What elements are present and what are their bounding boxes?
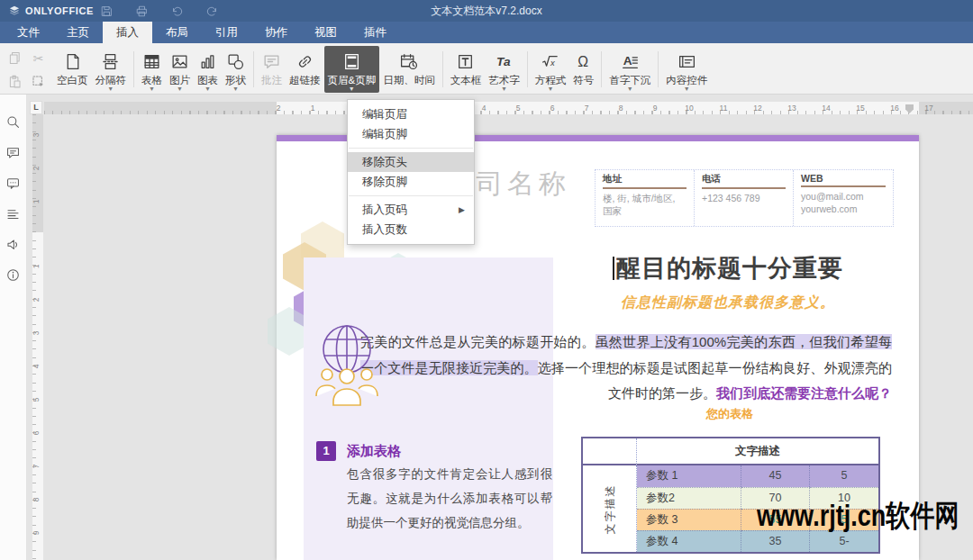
textbox-button[interactable]: 文本框	[447, 46, 486, 93]
menu-item-移除页脚[interactable]: 移除页脚	[348, 172, 474, 192]
ruler-number: 8	[619, 104, 623, 113]
table-row-label: 参数 1	[637, 465, 741, 487]
chevron-down-icon: ▼	[149, 86, 155, 93]
header-footer-dropdown-menu: 编辑页眉编辑页脚移除页头移除页脚插入页码▶插入页数	[347, 99, 475, 245]
about-icon[interactable]	[5, 267, 21, 283]
chevron-down-icon: ▼	[232, 86, 239, 93]
dropcap-button[interactable]: A首字下沉▼	[605, 46, 654, 93]
shape-button[interactable]: 形状▼	[222, 46, 250, 93]
text-cursor	[613, 257, 614, 280]
tab-file[interactable]: 文件	[4, 22, 53, 43]
feedback-icon[interactable]	[5, 237, 21, 252]
copy-button[interactable]	[4, 47, 26, 69]
blank-page-button[interactable]: 空白页	[53, 46, 92, 93]
ruler-number: 7	[585, 104, 589, 113]
table-button[interactable]: 表格▼	[138, 46, 166, 93]
toolbar-button-label: 形状	[225, 74, 246, 86]
svg-text:Ta: Ta	[496, 55, 511, 68]
search-icon[interactable]	[5, 114, 21, 130]
vertical-ruler[interactable]: 32112345678910	[32, 114, 43, 560]
toolbar-button-label: 文本框	[450, 74, 482, 86]
menu-item-label: 插入页数	[362, 220, 407, 239]
shape-icon	[226, 50, 245, 74]
tab-layout[interactable]: 布局	[152, 22, 202, 43]
tab-insert[interactable]: 插入	[103, 22, 152, 43]
tab-plugins[interactable]: 插件	[350, 22, 400, 43]
menu-item-label: 编辑页眉	[362, 104, 407, 124]
undo-icon[interactable]	[169, 4, 184, 18]
select-button[interactable]	[27, 70, 50, 93]
ruler-number: 4	[482, 104, 486, 113]
toolbar-separator	[133, 51, 134, 87]
ruler-number: 1	[311, 104, 315, 113]
body-paragraph: 完美的文件总是从完美的标题开始的。虽然世界上没有100%完美的东西，但我们希望每…	[360, 330, 892, 407]
menu-item-label: 移除页头	[362, 152, 407, 172]
equation-icon: x	[541, 50, 559, 74]
menu-item-编辑页眉[interactable]: 编辑页眉	[348, 104, 474, 124]
chevron-down-icon: ▼	[349, 86, 355, 93]
table-caption: 您的表格	[581, 406, 878, 422]
section-number-badge: 1	[316, 441, 336, 461]
content-control-button[interactable]: 内容控件▼	[662, 46, 711, 93]
contact-column-0: 地址楼, 街, 城市/地区, 国家	[596, 170, 695, 226]
onlyoffice-logo-icon	[8, 5, 21, 17]
menu-item-移除页头[interactable]: 移除页头	[348, 152, 474, 172]
document-canvas[interactable]: L 214567891011121314151617 3211234567891…	[27, 95, 973, 560]
save-icon[interactable]	[99, 4, 114, 18]
brand-name: ONLYOFFICE	[25, 5, 94, 16]
ruler-number: 3	[32, 331, 41, 336]
header-footer-button[interactable]: 页眉&页脚▼	[324, 46, 380, 93]
table-corner-cell	[583, 438, 637, 465]
table-value-2: 5	[810, 465, 878, 487]
paste-button[interactable]	[4, 70, 26, 93]
datetime-button[interactable]: 日期、时间	[379, 46, 439, 93]
ruler-number: 10	[685, 104, 693, 113]
image-icon	[170, 50, 189, 74]
menu-item-插入页码[interactable]: 插入页码▶	[348, 200, 474, 220]
redo-icon[interactable]	[205, 4, 219, 18]
contact-label: 地址	[603, 173, 687, 189]
symbol-button[interactable]: Ω符号	[569, 46, 597, 93]
menu-item-label: 移除页脚	[362, 172, 407, 192]
chevron-down-icon: ▼	[547, 86, 553, 93]
menu-item-插入页数[interactable]: 插入页数	[348, 220, 474, 239]
toolbar-separator	[253, 51, 254, 87]
table-row-header-cell: 文字描述	[583, 465, 637, 552]
insert-toolbar: ✂空白页分隔符▼表格▼图片▼图表▼形状▼批注超链接页眉&页脚▼日期、时间文本框T…	[0, 43, 973, 95]
horizontal-ruler[interactable]: 214567891011121314151617	[44, 102, 973, 114]
textbox-icon	[456, 50, 475, 74]
ruler-number: 5	[32, 398, 41, 402]
quick-actions	[99, 0, 219, 22]
breaks-button[interactable]: 分隔符▼	[92, 46, 131, 93]
ruler-number: 4	[32, 365, 41, 369]
cut-button[interactable]: ✂	[27, 47, 50, 69]
menu-item-编辑页脚[interactable]: 编辑页脚	[348, 124, 474, 144]
equation-button[interactable]: x方程式▼	[532, 46, 570, 93]
menu-divider	[349, 148, 473, 149]
toolbar-button-label: 首字下沉	[609, 74, 650, 86]
table-column-header: 文字描述	[637, 438, 878, 465]
chart-button[interactable]: 图表▼	[194, 46, 222, 93]
menu-item-label: 编辑页脚	[362, 124, 407, 144]
tab-stop-selector[interactable]: L	[30, 101, 42, 114]
left-sidebar	[0, 95, 27, 560]
tab-collaboration[interactable]: 协作	[251, 22, 301, 43]
tab-home[interactable]: 主页	[53, 22, 103, 43]
tab-view[interactable]: 视图	[301, 22, 350, 43]
titlebar: ONLYOFFICE 文本文档范本v7.2.docx	[0, 0, 973, 22]
chart-icon	[198, 50, 217, 74]
comments-icon[interactable]	[5, 145, 21, 160]
tab-references[interactable]: 引用	[202, 22, 251, 43]
contact-info-table: 地址楼, 街, 城市/地区, 国家电话+123 456 789WEByou@ma…	[595, 169, 894, 227]
blank-page-icon	[63, 50, 82, 74]
image-button[interactable]: 图片▼	[166, 46, 194, 93]
wordart-button[interactable]: Ta艺术字▼	[485, 46, 523, 93]
hyperlink-button[interactable]: 超链接	[286, 46, 324, 93]
chat-icon[interactable]	[5, 176, 21, 191]
navigation-icon[interactable]	[5, 206, 21, 221]
contact-value: +123 456 789	[702, 192, 786, 204]
comment-button[interactable]: 批注	[258, 46, 286, 93]
ruler-number: 11	[720, 104, 728, 113]
wordart-icon: Ta	[495, 50, 514, 74]
print-icon[interactable]	[134, 4, 149, 18]
